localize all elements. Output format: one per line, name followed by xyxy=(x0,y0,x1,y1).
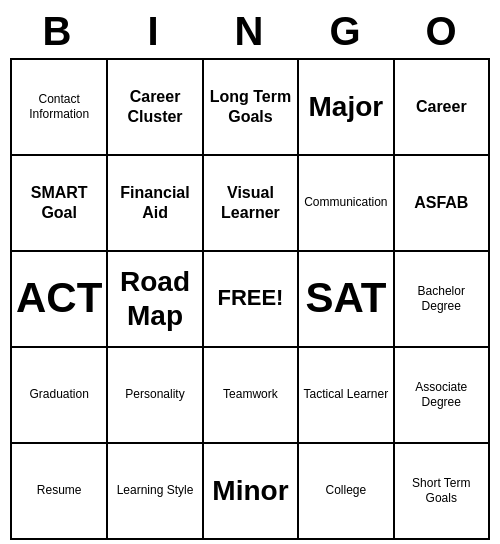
bingo-cell: Minor xyxy=(204,444,299,540)
bingo-cell: Communication xyxy=(299,156,394,252)
bingo-cell: FREE! xyxy=(204,252,299,348)
bingo-cell: ASFAB xyxy=(395,156,490,252)
bingo-cell: Associate Degree xyxy=(395,348,490,444)
bingo-cell: Visual Learner xyxy=(204,156,299,252)
bingo-cell: Career xyxy=(395,60,490,156)
header-letter: G xyxy=(298,5,394,58)
header-letter: O xyxy=(394,5,490,58)
bingo-cell: Career Cluster xyxy=(108,60,203,156)
bingo-cell: ACT xyxy=(12,252,108,348)
bingo-cell: Resume xyxy=(12,444,108,540)
bingo-cell: SMART Goal xyxy=(12,156,108,252)
bingo-cell: Short Term Goals xyxy=(395,444,490,540)
bingo-cell: Financial Aid xyxy=(108,156,203,252)
bingo-cell: Contact Information xyxy=(12,60,108,156)
bingo-cell: Long Term Goals xyxy=(204,60,299,156)
bingo-cell: Personality xyxy=(108,348,203,444)
bingo-cell: Major xyxy=(299,60,394,156)
bingo-cell: Learning Style xyxy=(108,444,203,540)
bingo-cell: SAT xyxy=(299,252,394,348)
bingo-cell: Graduation xyxy=(12,348,108,444)
bingo-cell: Teamwork xyxy=(204,348,299,444)
bingo-header: BINGO xyxy=(10,5,490,58)
bingo-card: BINGO Contact InformationCareer ClusterL… xyxy=(10,5,490,540)
bingo-cell: Road Map xyxy=(108,252,203,348)
bingo-cell: Tactical Learner xyxy=(299,348,394,444)
bingo-cell: Bachelor Degree xyxy=(395,252,490,348)
header-letter: B xyxy=(10,5,106,58)
bingo-cell: College xyxy=(299,444,394,540)
bingo-grid: Contact InformationCareer ClusterLong Te… xyxy=(10,58,490,540)
header-letter: N xyxy=(202,5,298,58)
header-letter: I xyxy=(106,5,202,58)
